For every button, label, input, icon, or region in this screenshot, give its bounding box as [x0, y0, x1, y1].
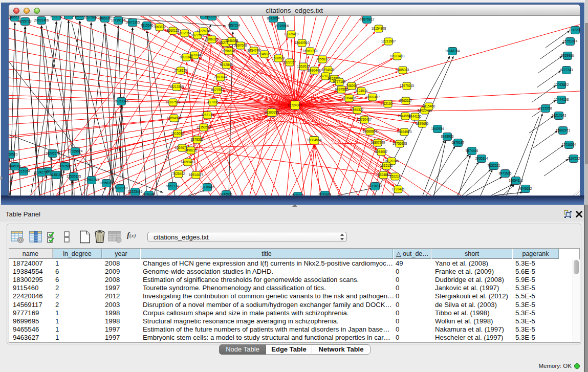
svg-text:7515546: 7515546 — [141, 24, 154, 27]
svg-text:1845061: 1845061 — [9, 164, 21, 168]
svg-text:6497568: 6497568 — [335, 87, 348, 91]
svg-text:746266: 746266 — [346, 84, 357, 87]
svg-text:3915154: 3915154 — [17, 169, 30, 173]
svg-text:9136483: 9136483 — [143, 193, 156, 195]
svg-text:16053809: 16053809 — [205, 16, 220, 18]
svg-text:16210643: 16210643 — [552, 114, 567, 117]
svg-text:26260520: 26260520 — [9, 152, 18, 156]
svg-text:12353594: 12353594 — [197, 125, 211, 129]
svg-text:9227343: 9227343 — [560, 68, 573, 72]
svg-text:12505135: 12505135 — [67, 174, 81, 178]
svg-text:13716485: 13716485 — [200, 185, 215, 189]
svg-text:17359924: 17359924 — [68, 149, 83, 153]
svg-text:10654932: 10654932 — [167, 116, 182, 120]
svg-text:8813054: 8813054 — [267, 16, 280, 20]
svg-text:19384554: 19384554 — [307, 138, 322, 142]
svg-text:12444158: 12444158 — [554, 98, 569, 101]
svg-text:10107533: 10107533 — [166, 100, 181, 104]
svg-text:18724007: 18724007 — [288, 103, 302, 107]
svg-text:7485063: 7485063 — [397, 68, 409, 72]
svg-text:12093822: 12093822 — [554, 83, 569, 86]
svg-text:10958197: 10958197 — [99, 181, 114, 185]
svg-text:15720407: 15720407 — [357, 118, 372, 121]
svg-text:8912954: 8912954 — [179, 31, 191, 35]
svg-text:16961758: 16961758 — [303, 49, 318, 53]
svg-text:6899695: 6899695 — [416, 122, 429, 125]
svg-text:17016504: 17016504 — [562, 143, 577, 146]
svg-text:17957253: 17957253 — [84, 178, 99, 182]
svg-text:9329966: 9329966 — [561, 54, 574, 57]
svg-text:12342737: 12342737 — [34, 170, 49, 174]
svg-text:7546388: 7546388 — [226, 39, 238, 42]
svg-text:1916682: 1916682 — [171, 132, 184, 135]
svg-text:12323446: 12323446 — [128, 190, 143, 193]
svg-text:8990448: 8990448 — [308, 69, 321, 72]
svg-text:8444150: 8444150 — [409, 115, 422, 118]
svg-text:18807249: 18807249 — [371, 141, 385, 144]
svg-text:9474444: 9474444 — [466, 149, 478, 152]
svg-text:8427552: 8427552 — [211, 88, 224, 92]
svg-text:9657774: 9657774 — [166, 184, 179, 188]
svg-text:23300295: 23300295 — [265, 111, 279, 114]
svg-text:1527602: 1527602 — [85, 16, 98, 19]
svg-text:19218506: 19218506 — [274, 24, 289, 28]
svg-text:6756510: 6756510 — [223, 49, 235, 53]
svg-text:8466160: 8466160 — [99, 16, 112, 20]
svg-text:7955812: 7955812 — [316, 57, 329, 61]
svg-text:1167532: 1167532 — [568, 157, 580, 160]
svg-text:14099483: 14099483 — [181, 160, 195, 164]
svg-text:8938923: 8938923 — [441, 135, 454, 138]
svg-text:8186323: 8186323 — [206, 37, 219, 41]
svg-text:9084067: 9084067 — [375, 150, 388, 154]
svg-text:252214: 252214 — [389, 174, 401, 178]
svg-text:13654923: 13654923 — [397, 130, 412, 134]
svg-text:2687608: 2687608 — [234, 43, 247, 47]
svg-text:16648784: 16648784 — [445, 49, 460, 53]
svg-text:2803144: 2803144 — [214, 75, 227, 79]
svg-text:9498222: 9498222 — [185, 148, 198, 152]
svg-text:1145193: 1145193 — [50, 173, 63, 177]
svg-text:8471676: 8471676 — [499, 171, 512, 175]
svg-text:10756928: 10756928 — [393, 142, 407, 145]
svg-text:15692971: 15692971 — [556, 128, 571, 132]
svg-text:12213369: 12213369 — [169, 85, 184, 89]
svg-text:10782759: 10782759 — [113, 186, 128, 190]
svg-text:16154808: 16154808 — [372, 27, 386, 30]
svg-text:1615132: 1615132 — [380, 164, 393, 167]
svg-text:26876812: 26876812 — [360, 17, 375, 21]
svg-text:1362615: 1362615 — [297, 64, 310, 68]
svg-text:9146821: 9146821 — [258, 52, 271, 56]
svg-text:9242848: 9242848 — [220, 63, 233, 67]
svg-text:26053346: 26053346 — [114, 99, 129, 103]
svg-text:13325419: 13325419 — [284, 32, 299, 36]
svg-text:8215958: 8215958 — [539, 106, 552, 110]
svg-text:6879197: 6879197 — [452, 141, 465, 144]
svg-text:9245652: 9245652 — [519, 187, 532, 190]
svg-text:13226058: 13226058 — [197, 29, 211, 33]
svg-text:9893344: 9893344 — [180, 55, 193, 59]
svg-text:8660123: 8660123 — [167, 29, 180, 32]
svg-text:7357224: 7357224 — [228, 24, 241, 27]
svg-text:7632621: 7632621 — [488, 164, 500, 167]
svg-text:10719155: 10719155 — [111, 18, 126, 22]
svg-text:4055723: 4055723 — [19, 19, 32, 23]
svg-text:20364436: 20364436 — [342, 96, 357, 100]
svg-text:10807487: 10807487 — [365, 95, 380, 99]
svg-text:7986322: 7986322 — [351, 108, 364, 112]
svg-text:62160: 62160 — [383, 102, 393, 105]
svg-text:9777169: 9777169 — [333, 80, 346, 83]
svg-text:3124514: 3124514 — [355, 89, 368, 93]
svg-text:12213967: 12213967 — [381, 39, 396, 43]
svg-text:15751074: 15751074 — [563, 39, 578, 43]
svg-text:2718129: 2718129 — [175, 69, 187, 72]
svg-text:9245011: 9245011 — [220, 192, 233, 195]
svg-text:5322057: 5322057 — [284, 60, 296, 64]
svg-text:9483771: 9483771 — [50, 16, 63, 18]
svg-text:10688609: 10688609 — [363, 129, 378, 133]
svg-text:20206578: 20206578 — [46, 151, 60, 155]
svg-text:1733426: 1733426 — [392, 187, 405, 191]
svg-text:8132454: 8132454 — [319, 193, 332, 195]
svg-text:1312209: 1312209 — [569, 28, 580, 32]
svg-text:417006: 417006 — [207, 100, 219, 104]
svg-text:12975115: 12975115 — [400, 84, 414, 87]
